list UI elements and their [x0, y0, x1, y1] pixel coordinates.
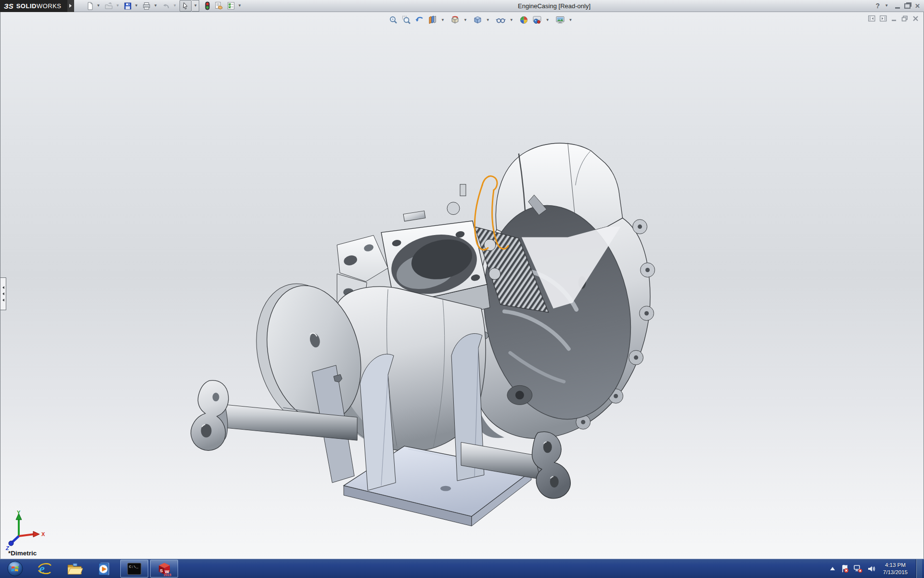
- display-style-icon: [473, 15, 482, 25]
- save-button[interactable]: [122, 0, 133, 11]
- internet-explorer-icon: e: [37, 561, 52, 577]
- view-settings-button[interactable]: [555, 15, 565, 25]
- engine-casing-model[interactable]: [0, 12, 924, 559]
- open-folder-icon: [104, 2, 113, 10]
- clock-time: 4:13 PM: [883, 562, 908, 569]
- quick-access-toolbar: ▼ ▼ ▼ ▼ ▼ ▼ ▼: [85, 0, 244, 12]
- volume-icon[interactable]: [867, 565, 876, 573]
- appearance-ball-icon: [519, 15, 528, 25]
- display-style-button[interactable]: [473, 15, 483, 25]
- save-floppy-icon: [124, 2, 132, 10]
- clock-date: 7/13/2015: [883, 569, 908, 576]
- solidworks-2015-icon: S W 2015: [157, 561, 172, 576]
- taskbar-command-prompt[interactable]: C:\_: [120, 560, 148, 578]
- triad-x-label: X: [41, 531, 45, 537]
- taskbar-solidworks-2015[interactable]: S W 2015: [150, 560, 178, 578]
- start-button[interactable]: [0, 559, 30, 578]
- headsup-view-toolbar: ▼ ▼ ▼ ▼ ▼ ▼: [388, 15, 575, 25]
- taskbar-internet-explorer[interactable]: e: [30, 559, 60, 578]
- options-button[interactable]: [225, 0, 237, 11]
- show-desktop-button[interactable]: [916, 559, 922, 578]
- help-button[interactable]: ?: [876, 2, 880, 10]
- svg-text:C:\_: C:\_: [129, 565, 138, 569]
- taskbar-media-player[interactable]: [90, 559, 119, 578]
- show-hidden-icons-button[interactable]: [829, 566, 836, 572]
- zoom-to-area-button[interactable]: [401, 15, 411, 25]
- apply-scene-button[interactable]: [532, 15, 542, 25]
- file-properties-icon: [214, 1, 223, 10]
- menu-expand-arrow[interactable]: [67, 0, 74, 12]
- undo-button[interactable]: [160, 0, 172, 11]
- feature-pane-collapsed-tab[interactable]: [0, 277, 6, 310]
- clutch-housing[interactable]: [467, 194, 654, 438]
- brand-text-bold: SOLID: [16, 2, 37, 10]
- left-arrow-icon: [2, 286, 4, 289]
- system-tray: 4:13 PM 7/13/2015: [829, 559, 924, 578]
- media-player-icon: [97, 561, 112, 577]
- dassault-logo-mark: ЗS: [4, 2, 13, 10]
- print-dropdown[interactable]: ▼: [154, 4, 157, 8]
- new-dropdown[interactable]: ▼: [97, 4, 101, 8]
- document-window-controls: [868, 15, 919, 22]
- network-status-icon[interactable]: [853, 565, 863, 573]
- right-pane-toggle[interactable]: [880, 15, 887, 22]
- apply-scene-icon: [532, 15, 542, 25]
- open-button[interactable]: [103, 0, 115, 11]
- minimize-button[interactable]: [895, 7, 900, 9]
- print-icon: [142, 2, 151, 10]
- zoom-area-icon: [402, 15, 411, 25]
- select-dropdown[interactable]: ▼: [192, 0, 199, 12]
- folder-icon: [66, 562, 83, 576]
- new-button[interactable]: [85, 0, 96, 11]
- new-document-icon: [86, 2, 94, 10]
- open-dropdown[interactable]: ▼: [116, 4, 119, 8]
- title-bar: ЗS SOLIDWORKS ▼ ▼ ▼ ▼ ▼ ▼ ▼ EngineCasing…: [0, 0, 924, 12]
- help-dropdown[interactable]: ▼: [885, 4, 888, 8]
- section-view-dropdown[interactable]: ▼: [441, 18, 445, 22]
- orientation-triad[interactable]: Y X Z: [4, 510, 50, 554]
- options-dropdown[interactable]: ▼: [238, 4, 242, 8]
- close-button[interactable]: ✕: [915, 2, 920, 10]
- restore-document-button[interactable]: [901, 15, 908, 22]
- graphics-viewport[interactable]: ▼ ▼ ▼ ▼ ▼ ▼ Y X Z *Dimetric: [0, 12, 924, 559]
- save-dropdown[interactable]: ▼: [134, 4, 138, 8]
- zoom-to-fit-button[interactable]: [388, 15, 398, 25]
- view-orientation-label: *Dimetric: [8, 550, 37, 557]
- minimize-document-button[interactable]: [891, 15, 897, 22]
- left-pane-toggle[interactable]: [868, 15, 875, 22]
- edit-appearance-button[interactable]: [519, 15, 529, 25]
- section-view-button[interactable]: [427, 15, 437, 25]
- view-orientation-icon: [450, 15, 460, 25]
- brand-text-light: WORKS: [37, 2, 62, 10]
- taskbar-windows-explorer[interactable]: [60, 559, 90, 578]
- view-settings-icon: [555, 15, 565, 25]
- taskbar-clock[interactable]: 4:13 PM 7/13/2015: [883, 562, 908, 576]
- print-button[interactable]: [141, 0, 153, 11]
- svg-text:2015: 2015: [164, 573, 171, 577]
- taskbar: e C:\_ S W 2015: [0, 559, 924, 578]
- previous-view-icon: [415, 15, 424, 25]
- view-orientation-button[interactable]: [450, 15, 460, 25]
- view-orientation-dropdown[interactable]: ▼: [463, 18, 467, 22]
- svg-text:S: S: [160, 568, 163, 573]
- section-view-icon: [428, 15, 437, 25]
- document-title: EngineCasing [Read-only]: [518, 2, 590, 10]
- rebuild-traffic-light-icon: [204, 1, 211, 10]
- file-properties-button[interactable]: [213, 0, 225, 11]
- rebuild-button[interactable]: [203, 0, 212, 11]
- windows-start-orb: [7, 561, 23, 577]
- command-prompt-icon: C:\_: [127, 563, 141, 575]
- previous-view-button[interactable]: [414, 15, 424, 25]
- action-center-icon[interactable]: [840, 565, 849, 573]
- select-tool-button[interactable]: [180, 0, 192, 12]
- display-style-dropdown[interactable]: ▼: [486, 18, 490, 22]
- select-cursor-icon: [181, 2, 190, 10]
- hide-show-dropdown[interactable]: ▼: [510, 18, 513, 22]
- undo-dropdown[interactable]: ▼: [173, 4, 177, 8]
- apply-scene-dropdown[interactable]: ▼: [546, 18, 550, 22]
- hide-show-items-button[interactable]: [495, 15, 506, 25]
- view-settings-dropdown[interactable]: ▼: [569, 18, 573, 22]
- close-document-button[interactable]: [912, 15, 919, 22]
- left-arrow-icon: [2, 292, 4, 295]
- restore-button[interactable]: [904, 3, 911, 9]
